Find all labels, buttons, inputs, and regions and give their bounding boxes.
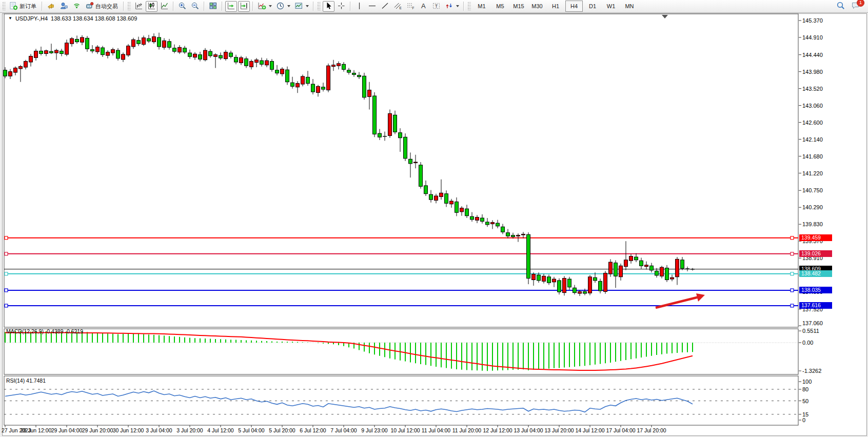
arrow-shapes-button[interactable] bbox=[443, 1, 461, 12]
zoom-in-button[interactable] bbox=[176, 1, 188, 12]
autotrading-button[interactable]: 自动交易 bbox=[84, 1, 121, 12]
hline-price-label[interactable]: 138.482 bbox=[799, 270, 832, 277]
search-button[interactable] bbox=[835, 1, 847, 12]
hline-handle[interactable] bbox=[791, 304, 794, 307]
templates-dropdown-caret bbox=[306, 5, 309, 7]
notifications-button[interactable]: 1 bbox=[850, 1, 862, 12]
svg-text:T: T bbox=[435, 3, 438, 8]
hline-price-label[interactable]: 137.616 bbox=[799, 302, 832, 309]
price-tick-label: 144.910 bbox=[802, 34, 823, 41]
megaphone-button[interactable] bbox=[45, 1, 57, 12]
date-tick-label: 28 Jun 12:00 bbox=[21, 427, 52, 433]
rsi-tick-label: 0 bbox=[802, 417, 805, 423]
timeframe-M30[interactable]: M30 bbox=[528, 1, 546, 12]
price-tick-label: 142.140 bbox=[802, 136, 823, 143]
timeframe-M1[interactable]: M1 bbox=[473, 1, 490, 12]
price-tick-label: 142.600 bbox=[802, 120, 823, 126]
community-button[interactable] bbox=[58, 1, 70, 12]
hline-handle[interactable] bbox=[5, 252, 8, 255]
hline-price-label[interactable]: 138.035 bbox=[799, 287, 832, 293]
equidistant-channel-icon: E bbox=[393, 2, 402, 11]
indicators-button[interactable] bbox=[256, 1, 273, 12]
macd-tick-label: -1.3262 bbox=[802, 368, 821, 374]
toolbar-separator bbox=[173, 2, 174, 11]
candlestick-chart-button[interactable] bbox=[146, 1, 157, 12]
date-tick-label: 7 Jul 04:00 bbox=[330, 427, 357, 433]
fibonacci-icon: F bbox=[406, 2, 415, 11]
price-tick-label: 140.750 bbox=[802, 187, 823, 193]
fibonacci-button[interactable]: F bbox=[405, 1, 417, 12]
rsi-tick-label: 100 bbox=[802, 379, 812, 385]
toolbar-separator bbox=[350, 2, 351, 11]
rsi-tick-label: 50 bbox=[802, 398, 808, 404]
date-tick-label: 17 Jul 04:00 bbox=[606, 427, 635, 433]
horizontal-line-icon bbox=[368, 2, 377, 11]
toolbar-separator bbox=[222, 2, 223, 11]
hline-handle[interactable] bbox=[791, 272, 794, 275]
line-chart-icon bbox=[160, 2, 169, 11]
timeframe-D1[interactable]: D1 bbox=[584, 1, 601, 12]
periods-button[interactable] bbox=[274, 1, 292, 12]
hline-handle[interactable] bbox=[791, 289, 794, 292]
cursor-button[interactable] bbox=[323, 1, 334, 12]
templates-button[interactable] bbox=[293, 1, 310, 12]
date-tick-label: 17 Jul 20:00 bbox=[637, 427, 666, 433]
zoom-out-button[interactable] bbox=[189, 1, 201, 12]
timeframe-M5[interactable]: M5 bbox=[491, 1, 509, 12]
equidistant-channel-button[interactable]: E bbox=[392, 1, 404, 12]
horizontal-line-button[interactable] bbox=[366, 1, 378, 12]
timeframe-M15[interactable]: M15 bbox=[510, 1, 527, 12]
date-tick-label: 11 Jul 04:00 bbox=[422, 427, 450, 433]
hline-handle[interactable] bbox=[5, 236, 8, 240]
zoom-out-icon bbox=[191, 2, 200, 11]
hline-handle[interactable] bbox=[5, 289, 8, 292]
toolbar-separator bbox=[313, 2, 314, 11]
date-tick-label: 30 Jun 12:00 bbox=[113, 427, 144, 433]
text-button[interactable]: A bbox=[418, 1, 429, 12]
price-tick-label: 139.830 bbox=[802, 221, 823, 227]
svg-text:F: F bbox=[412, 6, 415, 10]
collapse-triangle-icon: ▼ bbox=[8, 16, 12, 21]
line-chart-button[interactable] bbox=[159, 1, 170, 12]
toolbar-separator bbox=[123, 2, 124, 11]
hline-handle[interactable] bbox=[5, 304, 8, 307]
tile-windows-button[interactable] bbox=[207, 1, 219, 12]
chart-shift-button[interactable] bbox=[238, 1, 250, 12]
date-tick-label: 6 Jul 12:00 bbox=[300, 427, 326, 433]
auto-scroll-button[interactable] bbox=[225, 1, 237, 12]
hline-handle[interactable] bbox=[5, 272, 8, 275]
date-tick-label: 4 Jul 12:00 bbox=[207, 427, 233, 433]
signals-button[interactable] bbox=[71, 1, 83, 12]
hline-handle[interactable] bbox=[791, 236, 794, 240]
chart-shift-icon bbox=[240, 2, 248, 11]
main-toolbar: 新订单 自动交易 bbox=[0, 0, 868, 13]
macd-indicator-label: MACD(12,26,9) -0.4389 -0.6219 bbox=[6, 328, 83, 334]
vertical-line-button[interactable] bbox=[353, 1, 365, 12]
rsi-indicator-label: RSI(14) 41.7481 bbox=[6, 378, 46, 384]
timeframe-W1[interactable]: W1 bbox=[602, 1, 620, 12]
trendline-button[interactable] bbox=[379, 1, 391, 12]
text-label-button[interactable]: T bbox=[430, 1, 442, 12]
timeframe-group: M1M5M15M30H1H4D1W1MN bbox=[472, 1, 639, 12]
new-order-button[interactable]: 新订单 bbox=[8, 1, 39, 12]
date-tick-label: 13 Jul 04:00 bbox=[514, 427, 543, 433]
hline-price-label[interactable]: 139.026 bbox=[799, 250, 832, 257]
indicators-dropdown-caret bbox=[269, 5, 272, 7]
hline-handle[interactable] bbox=[791, 252, 794, 255]
crosshair-button[interactable] bbox=[336, 1, 347, 12]
date-tick-label: 11 Jul 20:00 bbox=[452, 427, 481, 433]
chart-canvas[interactable] bbox=[0, 0, 868, 437]
toolbar-grip bbox=[3, 2, 6, 10]
svg-text:A: A bbox=[421, 2, 426, 10]
hline-price-label[interactable]: 139.459 bbox=[799, 234, 832, 241]
timeframe-H1[interactable]: H1 bbox=[547, 1, 564, 12]
periods-clock-icon bbox=[276, 2, 285, 11]
timeframe-H4[interactable]: H4 bbox=[565, 1, 583, 12]
price-tick-label: 141.220 bbox=[802, 170, 823, 176]
autotrading-label: 自动交易 bbox=[95, 3, 119, 10]
toolbar-separator bbox=[42, 2, 43, 11]
timeframe-MN[interactable]: MN bbox=[621, 1, 638, 12]
bar-chart-button[interactable] bbox=[133, 1, 145, 12]
date-tick-label: 29 Jun 20:00 bbox=[82, 427, 113, 433]
shapes-dropdown-caret bbox=[456, 5, 459, 7]
